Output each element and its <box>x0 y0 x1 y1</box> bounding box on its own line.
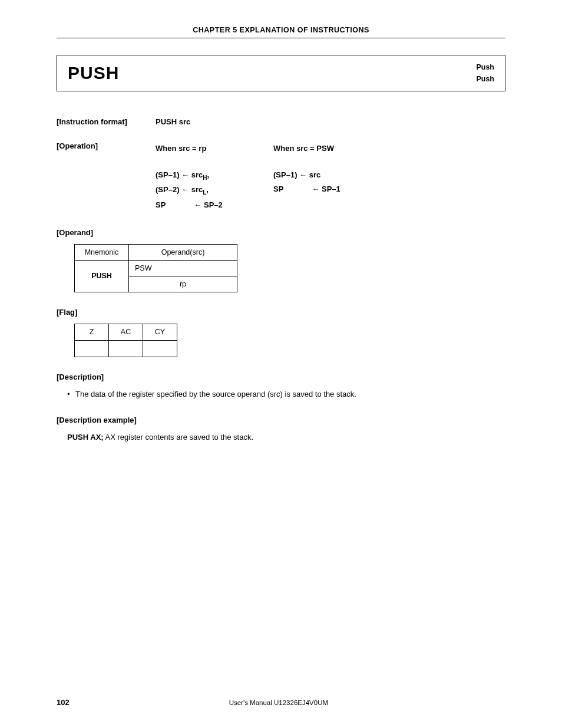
operation-col-rp: (SP–1) ← srcH, (SP–2) ← srcL, SP← SP–2 <box>156 168 273 213</box>
operand-mnemonic-cell: PUSH <box>75 260 129 292</box>
flag-value-z <box>75 340 109 357</box>
flag-value-ac <box>109 340 143 357</box>
footer-text: User's Manual U12326EJ4V0UM <box>229 699 328 706</box>
operand-table: Mnemonic Operand(src) PUSH PSW rp <box>74 244 237 292</box>
description-example-label: [Description example] <box>57 416 505 424</box>
instruction-format-label: [Instruction format] <box>57 117 156 126</box>
operand-header-mnemonic: Mnemonic <box>75 244 129 260</box>
instruction-format-section: [Instruction format] PUSH src <box>57 117 505 126</box>
page-footer: 102 User's Manual U12326EJ4V0UM <box>57 698 505 707</box>
instruction-name-block: Push Push <box>476 61 494 85</box>
instruction-name-2: Push <box>476 73 494 85</box>
instruction-mnemonic: PUSH <box>68 63 119 83</box>
flag-label: [Flag] <box>57 308 505 317</box>
operand-row-0: PSW <box>129 260 237 276</box>
operation-col-psw-heading: When src = PSW <box>273 141 391 156</box>
instruction-title-box: PUSH Push Push <box>57 55 505 91</box>
example-bold: PUSH AX; <box>67 433 104 442</box>
description-text: The data of the register specified by th… <box>75 388 356 401</box>
chapter-header: CHAPTER 5 EXPLANATION OF INSTRUCTIONS <box>57 26 505 38</box>
flag-header-z: Z <box>75 324 109 340</box>
operation-label: [Operation] <box>57 141 156 156</box>
description-section: [Description] • The data of the register… <box>57 373 505 401</box>
description-example-section: [Description example] PUSH AX; AX regist… <box>57 416 505 444</box>
page-number: 102 <box>57 698 70 707</box>
operand-label: [Operand] <box>57 228 505 237</box>
flag-section: [Flag] Z AC CY <box>57 308 505 357</box>
instruction-name-1: Push <box>476 61 494 73</box>
instruction-format-value: PUSH src <box>156 117 190 126</box>
example-text: AX register contents are saved to the st… <box>104 433 253 442</box>
operation-section: [Operation] When src = rp When src = PSW… <box>57 141 505 213</box>
description-label: [Description] <box>57 373 505 381</box>
flag-table: Z AC CY <box>74 324 177 357</box>
flag-value-cy <box>143 340 177 357</box>
bullet-icon: • <box>67 388 75 401</box>
operand-section: [Operand] Mnemonic Operand(src) PUSH PSW… <box>57 228 505 292</box>
operand-row-1: rp <box>129 276 237 292</box>
flag-header-ac: AC <box>109 324 143 340</box>
flag-header-cy: CY <box>143 324 177 340</box>
operation-col-rp-heading: When src = rp <box>156 141 273 156</box>
operation-col-psw: (SP–1) ← src SP← SP–1 <box>273 168 391 213</box>
operand-header-operand: Operand(src) <box>129 244 237 260</box>
